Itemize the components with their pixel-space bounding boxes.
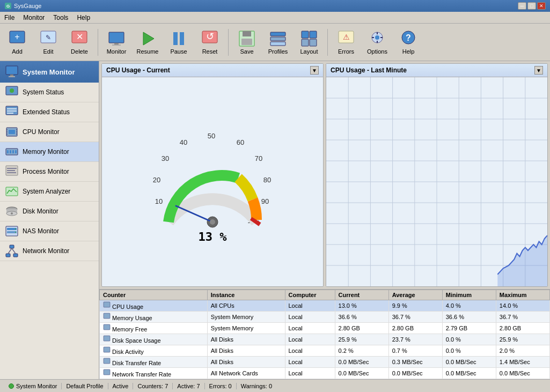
maximize-button[interactable]: □ [527,2,536,10]
sidebar-item-label: System Status [23,88,64,96]
sidebar-item-system-status[interactable]: System Status [0,83,99,102]
cell-computer: Local [285,357,335,368]
svg-rect-24 [302,39,309,46]
svg-rect-22 [302,31,309,38]
add-label: Add [12,48,23,55]
svg-line-75 [8,248,12,254]
table-row[interactable]: Disk Space Usage All Disks Local 25.9 % … [100,334,550,345]
svg-rect-115 [104,347,110,352]
pause-icon [170,30,187,47]
svg-text:80: 80 [263,176,271,184]
sidebar-item-nas-monitor[interactable]: NAS Monitor [0,221,99,241]
layout-button[interactable]: Layout [295,28,323,57]
sidebar-item-system-analyzer[interactable]: System Analyzer [0,182,99,202]
status-profile: Default Profile [62,383,108,389]
options-button[interactable]: Options [363,28,391,57]
monitor-button[interactable]: Monitor [102,28,130,57]
save-button[interactable]: Save [233,28,261,57]
resume-button[interactable]: Resume [134,28,162,57]
status-warnings-label: Warnings: 0 [241,383,272,389]
svg-text:G: G [6,4,10,9]
data-table: Counter Instance Computer Current Averag… [99,290,550,379]
history-body [326,77,547,286]
sidebar-item-disk-monitor[interactable]: Disk Monitor [0,202,99,221]
cpu-gauge-panel: CPU Usage - Current ▼ [101,63,324,287]
profiles-button[interactable]: Profiles [264,28,292,57]
table-row[interactable]: CPU Usage All CPUs Local 13.0 % 9.9 % 4.… [100,300,550,312]
status-indicator [9,383,14,389]
svg-rect-25 [310,39,317,46]
gauge-dropdown[interactable]: ▼ [310,66,319,75]
table-row[interactable]: Memory Usage System Memory Local 36.6 % … [100,312,550,323]
svg-marker-11 [143,32,154,45]
svg-rect-74 [13,254,18,257]
svg-rect-19 [270,32,285,36]
delete-label: Delete [71,48,88,55]
charts-row: CPU Usage - Current ▼ [99,61,550,289]
menu-monitor[interactable]: Monitor [19,13,49,23]
cell-average: 2.80 GB [388,323,442,334]
delete-button[interactable]: ✕ Delete [65,28,93,57]
pause-label: Pause [170,48,187,55]
sidebar-item-extended-status[interactable]: Extended Status [0,102,99,122]
sidebar-item-cpu-monitor[interactable]: CPU Monitor [0,122,99,142]
table-row[interactable]: Disk Activity All Disks Local 0.2 % 0.7 … [100,345,550,357]
layout-label: Layout [300,48,318,55]
cpu-history-header: CPU Usage - Last Minute ▼ [326,64,547,77]
svg-text:10: 10 [155,197,163,205]
history-dropdown[interactable]: ▼ [534,66,543,75]
status-active-count-label: Active: 7 [177,383,200,389]
status-bar: System Monitor Default Profile Active Co… [0,379,550,392]
monitor-label: Monitor [107,48,127,55]
svg-point-71 [15,232,16,233]
save-icon [238,30,255,47]
cell-minimum: 0.0 % [442,345,496,357]
table-row[interactable]: Disk Transfer Rate All Disks Local 0.0 M… [100,357,550,368]
sidebar-item-memory-monitor[interactable]: Memory Monitor [0,142,99,162]
sidebar-item-label: CPU Monitor [23,128,60,136]
svg-rect-8 [109,32,124,43]
svg-point-40 [10,88,14,93]
help-button[interactable]: ? Help [394,28,422,57]
cell-minimum: 0.0 MB/Sec [442,368,496,379]
menu-tools[interactable]: Tools [49,13,72,23]
sidebar-item-label: Network Monitor [23,247,69,255]
app-title: SysGauge [14,3,41,9]
table-row[interactable]: Network Transfer Rate All Network Cards … [100,368,550,379]
reset-icon: ↺ [201,30,218,47]
cell-current: 25.9 % [335,334,388,345]
menu-help[interactable]: Help [72,13,94,23]
resume-icon [139,30,156,47]
svg-rect-113 [104,324,110,330]
svg-rect-12 [173,32,178,45]
errors-button[interactable]: ⚠ Errors [332,28,360,57]
cell-current: 13.0 % [335,300,388,312]
status-errors-label: Errors: 0 [209,383,232,389]
cpu-history-title: CPU Usage - Last Minute [331,66,407,74]
cpu-gauge-header: CPU Usage - Current ▼ [102,64,323,77]
add-button[interactable]: + Add [3,28,31,57]
menu-file[interactable]: File [0,13,19,23]
svg-rect-20 [270,37,285,41]
svg-text:40: 40 [180,138,187,146]
sidebar-item-process-monitor[interactable]: Process Monitor [0,162,99,182]
profiles-label: Profiles [268,48,288,55]
cell-instance: All Network Cards [207,368,285,379]
title-bar: G SysGauge ─ □ ✕ [0,0,550,12]
cell-average: 23.7 % [388,334,442,345]
disk-monitor-icon [5,205,18,218]
pause-button[interactable]: Pause [165,28,193,57]
sidebar-item-network-monitor[interactable]: Network Monitor [0,241,99,261]
edit-button[interactable]: ✎ Edit [34,28,62,57]
gauge-value-label: 13 % [199,230,227,243]
cell-average: 36.7 % [388,312,442,323]
status-counters: Counters: 7 [133,383,173,389]
col-maximum: Maximum [496,290,549,300]
table-row[interactable]: Memory Free System Memory Local 2.80 GB … [100,323,550,334]
reset-button[interactable]: ↺ Reset [196,28,224,57]
cell-minimum: 0.0 % [442,334,496,345]
process-monitor-icon [5,165,18,178]
profiles-icon [269,30,287,47]
minimize-button[interactable]: ─ [518,2,526,10]
close-button[interactable]: ✕ [537,2,546,10]
